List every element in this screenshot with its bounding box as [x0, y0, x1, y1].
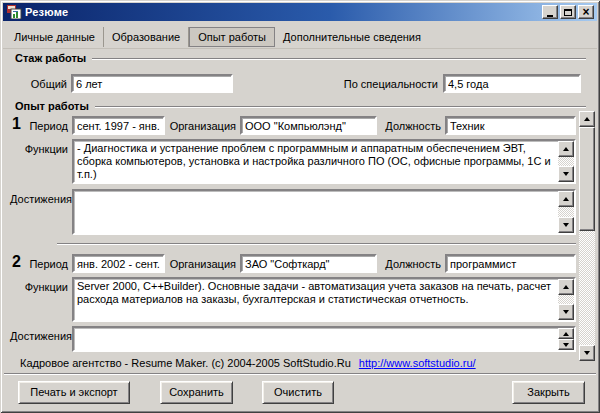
- functions-textarea-1[interactable]: - Диагностика и устранение проблем с про…: [74, 141, 558, 182]
- save-button[interactable]: Сохранить: [160, 381, 233, 404]
- footer-credit: Кадровое агентство - Resume Maker. (c) 2…: [20, 357, 351, 369]
- scroll-up-button[interactable]: [558, 191, 574, 207]
- period-label: Период: [28, 120, 68, 132]
- group-rule: [95, 106, 586, 108]
- seniority-group-title: Стаж работы: [15, 52, 86, 64]
- buttons-divider: [4, 373, 596, 375]
- textarea-scrollbar[interactable]: [558, 141, 574, 182]
- tab-bar: Личные данные Образование Опыт работы До…: [6, 27, 429, 47]
- achievements-label: Достижения: [10, 193, 68, 205]
- scroll-up-icon: [584, 117, 590, 121]
- scroll-down-icon: [584, 351, 590, 355]
- total-seniority-label: Общий: [10, 78, 67, 90]
- scroll-down-icon: [563, 172, 569, 176]
- achievements-textarea-2-wrap: [72, 326, 576, 352]
- textarea-scrollbar[interactable]: [558, 328, 574, 350]
- scroll-up-icon: [563, 332, 569, 336]
- scroll-down-button[interactable]: [558, 217, 574, 233]
- functions-textarea-1-wrap: - Диагностика и устранение проблем с про…: [72, 139, 576, 184]
- period-label: Период: [28, 258, 68, 270]
- titlebar[interactable]: Резюме ×: [3, 3, 597, 21]
- scroll-up-button[interactable]: [558, 328, 574, 339]
- entry-number: 1: [12, 115, 21, 133]
- specialty-seniority-label: По специальности: [300, 78, 438, 90]
- scroll-up-icon: [563, 147, 569, 151]
- scroll-up-icon: [563, 197, 569, 201]
- tab-additional-info[interactable]: Дополнительные сведения: [275, 27, 429, 47]
- print-export-button[interactable]: Печать и экспорт: [18, 381, 130, 404]
- functions-textarea-2-wrap: Server 2000, C++Builder). Основные задач…: [72, 277, 576, 322]
- footer-link[interactable]: http://www.softstudio.ru/: [359, 357, 476, 369]
- tab-work-experience[interactable]: Опыт работы: [189, 27, 275, 47]
- tab-education[interactable]: Образование: [104, 27, 189, 47]
- minimize-button[interactable]: [542, 5, 558, 19]
- scroll-down-button[interactable]: [558, 304, 574, 320]
- total-seniority-input[interactable]: [71, 74, 233, 93]
- scroll-up-button[interactable]: [558, 141, 574, 157]
- window-controls: ×: [542, 5, 594, 19]
- scroll-down-icon: [563, 310, 569, 314]
- textarea-scrollbar[interactable]: [558, 191, 574, 233]
- organization-label: Организация: [168, 258, 236, 270]
- clear-button[interactable]: Очистить: [262, 381, 334, 404]
- minimize-icon: [547, 15, 553, 17]
- close-dialog-button[interactable]: Закрыть: [512, 381, 585, 404]
- entry-divider: [57, 243, 576, 245]
- group-rule: [92, 58, 586, 60]
- close-button[interactable]: ×: [578, 5, 594, 19]
- position-input-2[interactable]: [445, 254, 576, 273]
- tabbar-divider: [3, 48, 597, 49]
- position-input-1[interactable]: [445, 116, 576, 135]
- position-label: Должность: [383, 258, 441, 270]
- specialty-seniority-input[interactable]: [443, 74, 581, 93]
- organization-input-1[interactable]: [240, 116, 377, 135]
- experience-group-title: Опыт работы: [15, 100, 89, 112]
- close-icon: ×: [582, 7, 589, 17]
- achievements-label: Достижения: [10, 330, 68, 342]
- position-label: Должность: [383, 120, 441, 132]
- entry-number: 2: [12, 253, 21, 271]
- scroll-up-icon: [563, 285, 569, 289]
- scroll-up-button[interactable]: [579, 111, 595, 127]
- window-title: Резюме: [25, 6, 68, 18]
- maximize-button[interactable]: [560, 5, 576, 19]
- period-input-2[interactable]: [72, 254, 165, 273]
- functions-label: Функции: [10, 143, 68, 155]
- organization-label: Организация: [168, 120, 236, 132]
- scroll-down-button[interactable]: [558, 166, 574, 182]
- textarea-scrollbar[interactable]: [558, 279, 574, 320]
- organization-input-2[interactable]: [240, 254, 377, 273]
- period-input-1[interactable]: [72, 116, 165, 135]
- scroll-down-button[interactable]: [579, 345, 595, 361]
- maximize-icon: [564, 9, 572, 16]
- resume-window: Резюме × Личные данные Образование Опыт …: [0, 0, 600, 413]
- scroll-up-button[interactable]: [558, 279, 574, 295]
- achievements-textarea-1-wrap: [72, 189, 576, 235]
- functions-textarea-2[interactable]: Server 2000, C++Builder). Основные задач…: [74, 279, 558, 320]
- scroll-down-icon: [563, 343, 569, 347]
- functions-label: Функции: [10, 281, 68, 293]
- scroll-down-button[interactable]: [558, 339, 574, 350]
- footer: Кадровое агентство - Resume Maker. (c) 2…: [20, 357, 476, 369]
- scrollbar-thumb[interactable]: [579, 127, 595, 231]
- tab-personal-data[interactable]: Личные данные: [6, 27, 104, 47]
- scroll-down-icon: [563, 223, 569, 227]
- main-scrollbar[interactable]: [579, 111, 595, 361]
- achievements-textarea-2[interactable]: [74, 328, 558, 350]
- achievements-textarea-1[interactable]: [74, 191, 558, 233]
- seniority-group-header: Стаж работы: [15, 52, 586, 64]
- experience-group-header: Опыт работы: [15, 100, 586, 112]
- app-icon: [6, 5, 22, 19]
